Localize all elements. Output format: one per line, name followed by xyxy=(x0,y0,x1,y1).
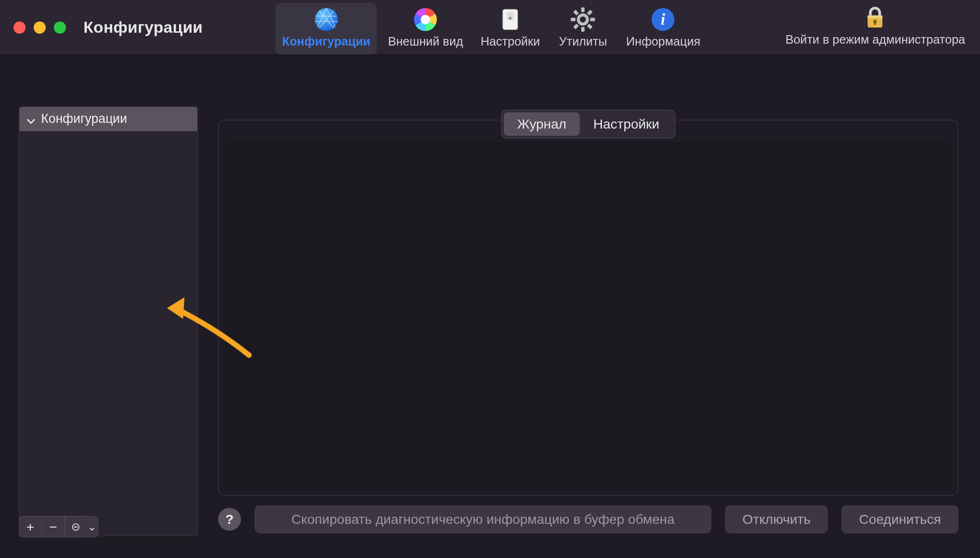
tab-segmented-control: Журнал Настройки xyxy=(501,110,675,139)
toolbar: Конфигурации xyxy=(275,0,707,55)
window-controls xyxy=(13,21,66,34)
more-actions-dropdown[interactable]: ⌄ xyxy=(86,516,98,537)
lock-icon xyxy=(863,5,888,30)
sidebar-header[interactable]: Конфигурации xyxy=(19,107,197,131)
svg-point-10 xyxy=(509,17,512,19)
disconnect-button[interactable]: Отключить xyxy=(725,505,828,534)
svg-rect-17 xyxy=(573,24,579,29)
svg-rect-14 xyxy=(591,18,595,21)
main-panel: Журнал Настройки xyxy=(218,120,958,495)
copy-diagnostics-label: Скопировать диагностическую информацию в… xyxy=(292,512,675,527)
zoom-window-button[interactable] xyxy=(54,21,66,34)
log-viewport[interactable] xyxy=(226,142,951,488)
svg-point-7 xyxy=(421,15,430,24)
tab-settings[interactable]: Настройки xyxy=(580,112,673,136)
switch-icon xyxy=(498,7,523,32)
gear-icon xyxy=(570,7,596,32)
svg-rect-15 xyxy=(587,24,593,29)
ellipsis-icon: ⊝ xyxy=(71,521,80,533)
toolbar-label: Информация xyxy=(626,35,700,49)
toolbar-label: Внешний вид xyxy=(388,35,463,49)
toolbar-item-settings[interactable]: Настройки xyxy=(474,3,547,55)
more-actions-button[interactable]: ⊝ xyxy=(65,516,86,537)
admin-mode-label: Войти в режим администратора xyxy=(785,33,965,47)
info-icon: i xyxy=(650,7,676,32)
toolbar-label: Утилиты xyxy=(559,35,607,49)
svg-rect-26 xyxy=(874,21,876,25)
close-window-button[interactable] xyxy=(13,21,26,34)
help-icon: ? xyxy=(226,512,234,527)
svg-rect-12 xyxy=(581,8,584,12)
app-window: { "window": { "title": "Конфигурации" },… xyxy=(0,0,980,558)
connect-button[interactable]: Соединиться xyxy=(841,505,958,534)
svg-rect-18 xyxy=(571,18,575,21)
toolbar-item-appearance[interactable]: Внешний вид xyxy=(381,3,470,55)
configurations-sidebar: Конфигурации xyxy=(19,106,198,536)
toolbar-item-configurations[interactable]: Конфигурации xyxy=(275,3,377,55)
chevron-down-icon: ⌄ xyxy=(87,521,96,533)
titlebar: Конфигурации xyxy=(0,0,980,55)
toolbar-label: Конфигурации xyxy=(282,35,370,49)
plus-icon: + xyxy=(27,519,35,535)
toolbar-item-utilities[interactable]: Утилиты xyxy=(551,3,615,55)
help-button[interactable]: ? xyxy=(218,508,241,530)
svg-rect-13 xyxy=(587,10,593,16)
minus-icon: − xyxy=(49,519,57,535)
network-globe-icon xyxy=(313,7,339,32)
chevron-down-icon xyxy=(26,114,36,124)
window-title: Конфигурации xyxy=(84,18,203,37)
svg-point-20 xyxy=(580,17,586,23)
svg-text:i: i xyxy=(661,10,666,28)
configurations-list[interactable] xyxy=(19,131,197,535)
footer-row: ? Скопировать диагностическую информацию… xyxy=(218,505,958,534)
sidebar-footer: + − ⊝ ⌄ xyxy=(19,516,98,537)
toolbar-item-information[interactable]: i Информация xyxy=(620,3,707,55)
svg-rect-16 xyxy=(581,27,584,32)
tab-journal[interactable]: Журнал xyxy=(504,112,580,136)
svg-rect-19 xyxy=(573,10,579,16)
add-configuration-button[interactable]: + xyxy=(19,516,42,537)
disconnect-label: Отключить xyxy=(743,512,810,527)
remove-configuration-button[interactable]: − xyxy=(42,516,65,537)
toolbar-label: Настройки xyxy=(481,35,540,49)
sidebar-header-label: Конфигурации xyxy=(41,112,127,126)
connect-label: Соединиться xyxy=(859,512,941,527)
admin-mode-button[interactable]: Войти в режим администратора xyxy=(780,2,971,52)
minimize-window-button[interactable] xyxy=(34,21,46,34)
content-area: Конфигурации + − ⊝ ⌄ Журнал Настройки ? … xyxy=(0,55,980,558)
copy-diagnostics-button[interactable]: Скопировать диагностическую информацию в… xyxy=(254,505,712,534)
color-wheel-icon xyxy=(413,7,438,32)
